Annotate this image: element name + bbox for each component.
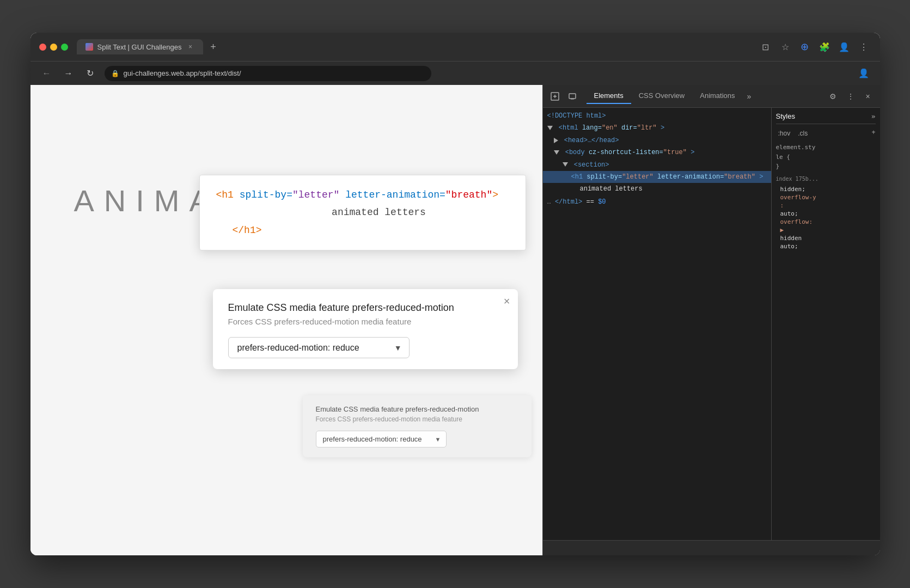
hov-button[interactable]: :hov [776, 128, 793, 138]
styles-panel: Styles » :hov .cls + element.sty le { } … [771, 108, 880, 540]
html-collapse-triangle[interactable] [547, 126, 553, 130]
h1-tag: <h1 [571, 173, 583, 181]
cls-button[interactable]: .cls [796, 128, 810, 138]
overflow-auto: auto; [776, 242, 876, 250]
overflow-styles: hidden; overflow-y : auto; overflow: ▶ h… [776, 185, 876, 250]
styles-more-button[interactable]: » [871, 112, 876, 120]
tab-close-button[interactable]: × [186, 42, 194, 51]
head-line[interactable]: <head>…</head> [543, 134, 771, 146]
prefers-reduced-motion-select[interactable]: No override prefers-reduced-motion: no-p… [228, 337, 410, 358]
element-style-label: element.sty [776, 143, 876, 152]
forward-button[interactable]: → [61, 66, 76, 81]
h1-split-by-attr: split-by= [587, 173, 622, 181]
overflow-triangle[interactable]: ▶ [776, 226, 876, 234]
html-lang-attr: lang= [582, 124, 602, 132]
doctype-tag: <!DOCTYPE html> [547, 112, 606, 120]
devtools-settings-button[interactable]: ⚙ [826, 89, 841, 104]
reload-button[interactable]: ↻ [83, 66, 98, 81]
code-tooltip: <h1 split-by="letter" letter-animation="… [199, 175, 526, 250]
section-collapse-triangle[interactable] [563, 162, 568, 167]
profile-menu-icon[interactable]: 👤 [856, 66, 871, 81]
html-open-line[interactable]: <html lang="en" dir="ltr" > [543, 122, 771, 134]
letter-animation-attr: letter-animation= [345, 189, 445, 200]
equals-sign: == [587, 198, 598, 206]
address-bar: ← → ↻ 🔒 gui-challenges.web.app/split-tex… [30, 61, 880, 85]
body-collapse-triangle[interactable] [554, 150, 559, 155]
h1-line[interactable]: <h1 split-by="letter" letter-animation="… [543, 171, 771, 183]
tab-animations[interactable]: Animations [692, 88, 742, 104]
devtools-bottom-bar [543, 540, 880, 555]
back-button[interactable]: ← [39, 66, 54, 81]
style-close-brace: } [776, 162, 876, 171]
h1-split-by-value: "letter" [622, 173, 654, 181]
last-html-line[interactable]: … </html> == $0 [543, 195, 771, 209]
head-tag: <head>…</head> [564, 137, 619, 144]
styles-header: Styles » [776, 112, 876, 124]
split-by-value: "letter" [292, 189, 339, 200]
menu-icon[interactable]: ⋮ [856, 39, 871, 54]
head-expand-triangle[interactable] [554, 138, 558, 143]
prefers-reduced-motion-select-bg[interactable]: prefers-reduced-motion: reduce [316, 431, 447, 448]
devtools-more-button[interactable]: ⋮ [843, 89, 858, 104]
h1-close-bracket: > [492, 189, 498, 200]
h1-animation-value: "breath" [724, 173, 755, 181]
body-line[interactable]: <body cz-shortcut-listen="true" > [543, 146, 771, 158]
address-field[interactable]: 🔒 gui-challenges.web.app/split-text/dist… [105, 66, 431, 81]
popup-close-button[interactable]: × [504, 296, 510, 307]
title-bar: Split Text | GUI Challenges × + ⊡ ☆ ⊕ 🧩 … [30, 33, 880, 61]
inspect-element-button[interactable] [547, 89, 563, 104]
extensions-icon[interactable]: 🧩 [817, 39, 832, 54]
dollar-zero: $0 [598, 198, 606, 206]
h1-close-tag: </h1> [233, 225, 262, 236]
body-attr: cz-shortcut-listen= [589, 149, 663, 156]
code-tooltip-line1: <h1 split-by="letter" letter-animation="… [216, 186, 509, 204]
letter-animation-value: "breath" [445, 189, 492, 200]
popup-bg-title: Emulate CSS media feature prefers-reduce… [316, 405, 518, 413]
traffic-lights [39, 44, 68, 51]
main-area: ANIMATED LETTERS <h1 split-by="letter" l… [30, 85, 880, 555]
animated-letters-text: animated letters [580, 185, 643, 193]
html-lang-value: "en" [602, 124, 618, 132]
h1-tag: <h1 [216, 189, 234, 200]
index-label: index 175b... [776, 176, 876, 182]
devtools-header-actions: ⚙ ⋮ × [826, 89, 876, 104]
section-tag: <section> [574, 161, 609, 169]
devtools-panel: Elements CSS Overview Animations » ⚙ ⋮ ×… [542, 85, 880, 555]
devtools-close-button[interactable]: × [860, 89, 876, 104]
profile-icon[interactable]: 👤 [836, 39, 852, 54]
code-tooltip-line3: </h1> [216, 222, 509, 239]
section-line[interactable]: <section> [543, 159, 771, 171]
css-feature-popup: × Emulate CSS media feature prefers-redu… [213, 289, 518, 369]
active-tab[interactable]: Split Text | GUI Challenges × [77, 39, 204, 54]
minimize-traffic-light[interactable] [50, 44, 57, 51]
add-style-button[interactable]: + [871, 128, 875, 138]
tab-bar: Split Text | GUI Challenges × + [77, 39, 754, 54]
tab-elements[interactable]: Elements [587, 88, 631, 104]
overflow-hidden-value: hidden; [776, 185, 876, 193]
overflow-prop: overflow: [776, 218, 876, 226]
tab-css-overview[interactable]: CSS Overview [631, 88, 693, 104]
cast-icon[interactable]: ⊡ [758, 39, 773, 54]
hov-cls-row: :hov .cls + [776, 128, 876, 138]
elements-panel[interactable]: <!DOCTYPE html> <html lang="en" dir="ltr… [543, 108, 771, 540]
tab-more-button[interactable]: » [743, 89, 756, 104]
address-right-icons: 👤 [856, 66, 871, 81]
body-attr-value: "true" [663, 149, 687, 156]
css-feature-popup-background: Emulate CSS media feature prefers-reduce… [303, 395, 532, 457]
svg-rect-2 [571, 99, 574, 100]
tab-title: Split Text | GUI Challenges [97, 43, 182, 51]
doctype-line: <!DOCTYPE html> [543, 110, 771, 122]
chrome-icon[interactable]: ⊕ [797, 39, 813, 54]
new-tab-button[interactable]: + [205, 39, 221, 54]
popup-title: Emulate CSS media feature prefers-reduce… [228, 302, 503, 314]
popup-bg-select-wrapper: prefers-reduced-motion: reduce ▼ [316, 431, 447, 448]
device-toolbar-button[interactable] [565, 89, 580, 104]
code-text-content: animated letters [332, 207, 426, 218]
close-traffic-light[interactable] [39, 44, 46, 51]
bookmark-icon[interactable]: ☆ [778, 39, 793, 54]
html-close-bracket: > [661, 124, 664, 132]
maximize-traffic-light[interactable] [61, 44, 68, 51]
popup-bg-subtitle: Forces CSS prefers-reduced-motion media … [316, 415, 518, 423]
html-tag: <html [559, 124, 578, 132]
split-by-attr: split-by= [240, 189, 292, 200]
